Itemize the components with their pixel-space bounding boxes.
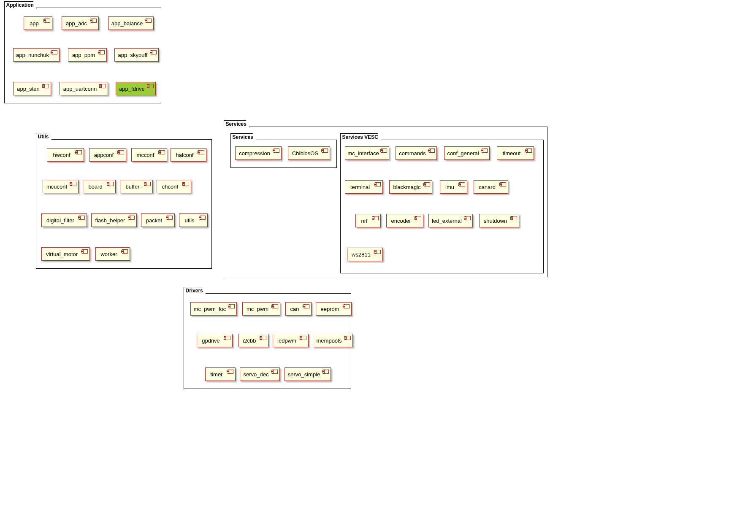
component-servo-simple: servo_simple	[285, 367, 331, 381]
component-compression: compression	[235, 146, 282, 160]
component-board: board	[83, 180, 116, 193]
component-app-skypuff: app_skypuff	[114, 48, 159, 62]
component-app-balance: app_balance	[108, 16, 154, 30]
component-chconf: chconf	[157, 180, 191, 193]
component-mc-pwm-foc: mc_pwm_foc	[190, 302, 237, 316]
package-tab-utils: Utils	[36, 133, 52, 140]
package-tab-application: Application	[4, 1, 37, 8]
component-mcuconf: mcuconf	[43, 180, 79, 193]
package-application: Application app app_adc app_balance app_…	[4, 8, 161, 103]
component-appconf: appconf	[89, 148, 126, 162]
component-encoder: encoder	[386, 214, 423, 227]
component-servo-dec: servo_dec	[240, 367, 280, 381]
component-app-fdrive: app_fdrive	[116, 82, 156, 95]
package-services: Services Services compression ChibiosOS …	[224, 127, 547, 277]
component-mc-pwm: mc_pwm	[242, 302, 280, 316]
component-gpdrive: gpdrive	[197, 334, 233, 347]
component-app-uartconn: app_uartconn	[60, 82, 108, 95]
component-app-nunchuk: app_nunchuk	[13, 48, 60, 62]
component-timeout: timeout	[497, 146, 534, 160]
component-timer: timer	[205, 367, 236, 381]
component-shutdown: shutdown	[479, 214, 519, 227]
component-worker: worker	[95, 247, 130, 261]
component-packet: packet	[141, 213, 175, 227]
component-virtual-motor: virtual_motor	[41, 247, 90, 261]
package-tab-drivers: Drivers	[184, 287, 206, 294]
component-hwconf: hwconf	[47, 148, 84, 162]
component-app: app	[24, 16, 52, 30]
component-chibiosos: ChibiosOS	[288, 146, 330, 160]
component-app-sten: app_sten	[13, 82, 51, 95]
component-conf-general: conf_general	[444, 146, 490, 160]
component-flash-helper: flash_helper	[91, 213, 137, 227]
package-services-inner: Services compression ChibiosOS	[230, 140, 337, 168]
package-services-vesc: Services VESC mc_interface commands conf…	[340, 140, 544, 273]
component-imu: imu	[440, 180, 467, 194]
package-tab-services-vesc: Services VESC	[340, 133, 381, 140]
component-mempools: mempools	[313, 334, 353, 347]
package-tab-services-inner: Services	[230, 133, 256, 140]
component-app-ppm: app_ppm	[68, 48, 107, 62]
component-buffer: buffer	[120, 180, 153, 193]
package-tab-services: Services	[224, 120, 249, 127]
component-mc-interface: mc_interface	[345, 146, 389, 160]
package-drivers: Drivers mc_pwm_foc mc_pwm can eeprom gpd…	[184, 293, 351, 389]
component-can: can	[285, 302, 312, 316]
component-nrf: nrf	[355, 214, 381, 227]
component-digital-filter: digital_filter	[41, 213, 87, 227]
component-blackmagic: blackmagic	[389, 180, 432, 194]
component-i2cbb: i2cbb	[238, 334, 268, 347]
component-canard: canard	[474, 180, 508, 194]
component-mcconf: mcconf	[131, 148, 167, 162]
component-led-external: led_external	[428, 214, 473, 227]
package-utils: Utils hwconf appconf mcconf halconf mcuc…	[36, 139, 212, 269]
component-halconf: halconf	[171, 148, 206, 162]
component-utils: utils	[179, 213, 208, 227]
component-eeprom: eeprom	[316, 302, 352, 316]
component-commands: commands	[396, 146, 437, 160]
component-ledpwm: ledpwm	[273, 334, 309, 347]
component-app-adc: app_adc	[62, 16, 99, 30]
component-ws2811: ws2811	[347, 248, 383, 261]
component-terminal: terminal	[345, 180, 383, 194]
